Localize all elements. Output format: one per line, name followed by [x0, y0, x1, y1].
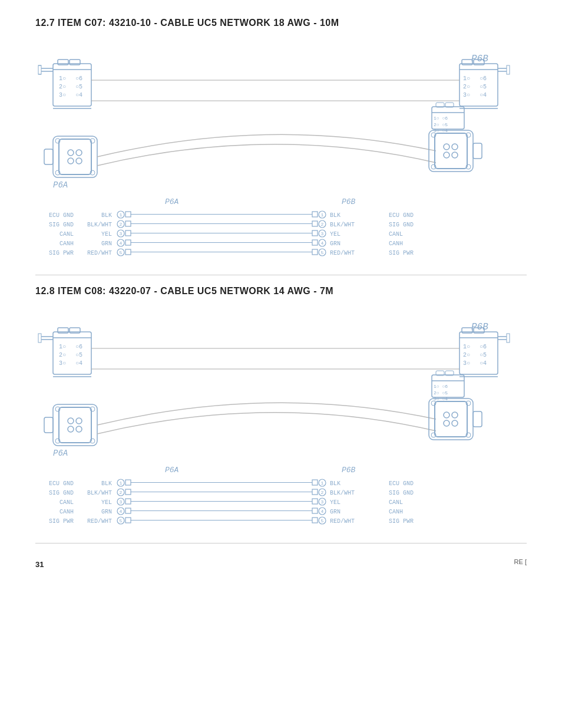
connector-p6b-top-12-8: 1○ ○6 2○ ○5 3○ ○4 — [459, 328, 510, 377]
svg-text:2○: 2○ — [463, 352, 470, 358]
svg-point-51 — [452, 144, 458, 150]
wire-row-12-8-1: ECU GND BLK 1 1 BLK ECU GND — [49, 479, 414, 487]
svg-text:CANL: CANL — [59, 231, 74, 238]
svg-text:2: 2 — [321, 222, 324, 227]
svg-point-39 — [68, 150, 74, 156]
svg-rect-65 — [125, 212, 131, 217]
svg-text:RED/WHT: RED/WHT — [87, 518, 112, 525]
svg-text:3○  ○4: 3○ ○4 — [434, 128, 448, 133]
svg-text:RED/WHT: RED/WHT — [87, 250, 112, 256]
svg-rect-203 — [312, 489, 318, 495]
svg-rect-100 — [312, 240, 318, 245]
bottom-divider — [35, 543, 527, 543]
svg-rect-214 — [312, 499, 318, 504]
svg-rect-212 — [125, 499, 131, 504]
svg-text:CANL: CANL — [389, 231, 403, 238]
wiring-label-p6b: P6B — [342, 197, 356, 206]
svg-text:4: 4 — [321, 509, 324, 514]
svg-point-166 — [68, 426, 74, 432]
svg-rect-225 — [312, 508, 318, 513]
svg-point-42 — [76, 158, 82, 164]
wire-row-12-8-5: SIG PWR RED/WHT 5 5 RED/WHT SIG PWR — [49, 517, 414, 525]
svg-text:ECU GND: ECU GND — [49, 480, 74, 487]
wire-row-12-8-4: CANH GRN 4 4 GRN CANH — [59, 508, 403, 515]
svg-rect-87 — [125, 230, 131, 236]
svg-text:SIG GND: SIG GND — [389, 222, 414, 228]
svg-rect-201 — [125, 489, 131, 495]
svg-text:4: 4 — [321, 241, 324, 246]
svg-point-165 — [76, 418, 82, 424]
svg-text:SIG PWR: SIG PWR — [389, 518, 414, 525]
svg-text:○6: ○6 — [480, 75, 487, 82]
svg-point-176 — [452, 412, 458, 418]
page-number: 31 — [35, 560, 44, 569]
wire-row-5: SIG PWR RED/WHT 5 5 RED/WHT SIG PWR — [49, 249, 414, 256]
svg-point-41 — [68, 158, 74, 164]
svg-text:○4: ○4 — [480, 92, 487, 98]
svg-rect-174 — [473, 411, 482, 427]
svg-text:2○  ○5: 2○ ○5 — [434, 390, 448, 396]
svg-point-175 — [444, 412, 449, 418]
svg-text:1○  ○6: 1○ ○6 — [434, 384, 448, 389]
svg-text:4: 4 — [120, 241, 123, 246]
label-p6a-large: P6A — [53, 180, 68, 190]
svg-point-164 — [68, 418, 74, 424]
svg-text:5: 5 — [321, 250, 324, 255]
svg-text:YEL: YEL — [330, 499, 340, 506]
svg-text:○5: ○5 — [75, 84, 82, 90]
section-divider — [35, 275, 527, 275]
svg-text:5: 5 — [120, 250, 123, 255]
connector-p6b-large: 1○ ○6 2○ ○5 3○ ○4 — [429, 103, 482, 172]
svg-text:1○: 1○ — [59, 75, 66, 82]
svg-text:3: 3 — [321, 231, 324, 236]
svg-text:4: 4 — [120, 509, 123, 514]
label-p6a-large-12-8: P6A — [53, 449, 68, 458]
svg-point-50 — [444, 144, 449, 150]
svg-text:GRN: GRN — [101, 509, 112, 515]
svg-text:○4: ○4 — [480, 360, 487, 367]
connector-p6a-large-12-8 — [44, 404, 97, 446]
svg-rect-234 — [125, 518, 131, 523]
svg-rect-67 — [312, 212, 318, 217]
wire-row-12-8-2: SIG GND BLK/WHT 2 2 BLK/WHT SIG GND — [49, 489, 414, 496]
svg-text:3: 3 — [321, 499, 324, 505]
svg-text:3: 3 — [120, 499, 123, 505]
svg-text:GRN: GRN — [330, 241, 340, 247]
svg-text:1: 1 — [120, 212, 123, 218]
svg-rect-223 — [125, 508, 131, 513]
svg-rect-163 — [44, 417, 53, 433]
svg-rect-49 — [473, 143, 482, 159]
svg-text:CANH: CANH — [59, 241, 74, 247]
svg-rect-8 — [38, 65, 41, 74]
svg-rect-192 — [312, 480, 318, 485]
svg-text:○5: ○5 — [480, 352, 487, 358]
svg-text:CANL: CANL — [389, 499, 403, 506]
svg-rect-38 — [44, 149, 53, 164]
svg-text:SIG GND: SIG GND — [49, 222, 74, 228]
svg-point-53 — [452, 152, 458, 158]
svg-point-40 — [76, 150, 82, 156]
svg-text:3○: 3○ — [463, 92, 470, 98]
svg-point-52 — [444, 152, 449, 158]
svg-text:CANH: CANH — [389, 241, 403, 247]
svg-text:BLK/WHT: BLK/WHT — [330, 490, 355, 496]
svg-rect-89 — [312, 230, 318, 236]
wiring-label-p6a-12-8: P6A — [165, 466, 179, 475]
svg-point-167 — [76, 426, 82, 432]
svg-text:YEL: YEL — [101, 499, 112, 506]
svg-text:2: 2 — [321, 490, 324, 495]
svg-point-177 — [444, 420, 449, 426]
svg-text:CANH: CANH — [59, 509, 74, 515]
wire-row-3: CANL YEL 3 3 YEL CANL — [59, 230, 403, 238]
wire-row-12-8-3: CANL YEL 3 3 YEL CANL — [59, 498, 403, 506]
svg-text:2○  ○5: 2○ ○5 — [434, 122, 448, 127]
svg-text:CANL: CANL — [59, 499, 74, 506]
svg-text:2: 2 — [120, 222, 123, 227]
svg-text:RED/WHT: RED/WHT — [330, 250, 355, 256]
svg-rect-76 — [125, 221, 131, 226]
wire-row-4: CANH GRN 4 4 GRN CANH — [59, 239, 403, 247]
svg-text:SIG PWR: SIG PWR — [49, 518, 74, 525]
svg-text:3: 3 — [120, 231, 123, 236]
svg-text:1: 1 — [321, 480, 324, 486]
wire-row-2: SIG GND BLK/WHT 2 2 BLK/WHT SIG GND — [49, 220, 414, 228]
